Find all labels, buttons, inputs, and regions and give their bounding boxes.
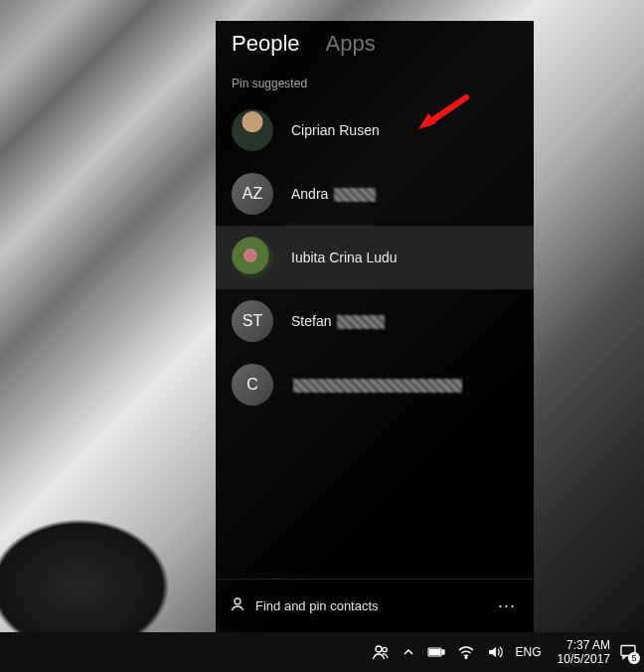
avatar: AZ	[232, 173, 273, 215]
taskbar-date: 10/5/2017	[558, 652, 610, 666]
notification-badge: 5	[628, 652, 640, 664]
battery-icon[interactable]	[427, 646, 445, 658]
find-contacts-button[interactable]: Find and pin contacts	[230, 596, 379, 615]
contact-name: Iubita Crina Ludu	[291, 250, 398, 265]
language-indicator[interactable]: ENG	[516, 645, 542, 659]
svg-point-8	[465, 657, 467, 659]
tray-chevron-up-icon[interactable]	[402, 646, 414, 658]
contact-row[interactable]: ST Stefan	[216, 289, 534, 353]
contact-row[interactable]: AZ Andra	[216, 162, 534, 226]
redacted-text	[334, 188, 376, 202]
more-button[interactable]: ···	[494, 593, 520, 618]
contact-row[interactable]: C	[216, 353, 534, 417]
contact-name: Andra	[291, 186, 376, 202]
svg-rect-7	[429, 650, 439, 655]
avatar	[232, 109, 273, 151]
contact-row[interactable]: Iubita Crina Ludu	[216, 226, 534, 289]
contact-list: Ciprian Rusen AZ Andra Iubita Crina Ludu…	[216, 98, 534, 579]
redacted-text	[293, 379, 462, 393]
system-tray: ENG	[372, 643, 550, 661]
volume-icon[interactable]	[487, 645, 503, 659]
find-contacts-label: Find and pin contacts	[255, 598, 379, 613]
tab-people[interactable]: People	[232, 31, 300, 57]
tab-apps[interactable]: Apps	[326, 31, 376, 57]
svg-point-4	[382, 647, 386, 651]
contact-name: Ciprian Rusen	[291, 122, 380, 138]
pin-suggested-label: Pin suggested	[216, 59, 534, 98]
redacted-text	[337, 315, 385, 329]
person-icon	[230, 596, 245, 615]
avatar: C	[232, 364, 273, 406]
svg-point-0	[235, 598, 241, 604]
wifi-icon[interactable]	[458, 645, 474, 659]
contact-name	[291, 377, 462, 393]
avatar: ST	[232, 300, 273, 342]
contact-name: Stefan	[291, 313, 385, 329]
svg-point-3	[376, 646, 382, 652]
svg-rect-6	[442, 650, 444, 654]
panel-footer: Find and pin contacts ···	[216, 579, 534, 632]
tab-strip: People Apps	[216, 21, 534, 59]
taskbar-time: 7:37 AM	[558, 638, 610, 652]
people-taskbar-icon[interactable]	[372, 643, 390, 661]
taskbar-clock[interactable]: 7:37 AM 10/5/2017	[550, 638, 618, 666]
contact-row[interactable]: Ciprian Rusen	[216, 98, 534, 162]
avatar	[232, 237, 273, 278]
desktop-background: People Apps Pin suggested Ciprian Rusen …	[0, 0, 644, 632]
people-panel: People Apps Pin suggested Ciprian Rusen …	[216, 21, 534, 632]
taskbar: ENG 7:37 AM 10/5/2017 5	[0, 632, 644, 672]
action-center-icon[interactable]: 5	[618, 642, 638, 662]
